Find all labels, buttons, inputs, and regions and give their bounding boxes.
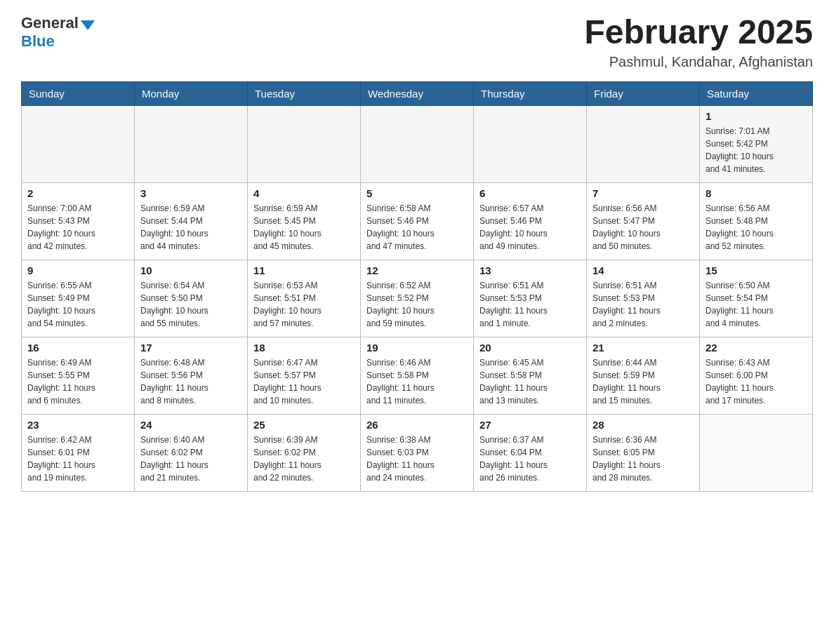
calendar-cell: 5Sunrise: 6:58 AM Sunset: 5:46 PM Daylig… (361, 182, 474, 260)
calendar-cell: 1Sunrise: 7:01 AM Sunset: 5:42 PM Daylig… (700, 105, 813, 182)
day-info: Sunrise: 6:44 AM Sunset: 5:59 PM Dayligh… (593, 356, 694, 407)
day-number: 3 (140, 187, 241, 199)
weekday-friday: Friday (587, 81, 700, 105)
day-number: 25 (253, 419, 355, 431)
calendar-cell (248, 105, 361, 182)
day-info: Sunrise: 6:56 AM Sunset: 5:47 PM Dayligh… (593, 202, 694, 253)
page-header: General Blue February 2025 Pashmul, Kand… (21, 14, 813, 70)
day-info: Sunrise: 6:49 AM Sunset: 5:55 PM Dayligh… (27, 356, 128, 407)
weekday-monday: Monday (135, 81, 248, 105)
calendar-cell: 9Sunrise: 6:55 AM Sunset: 5:49 PM Daylig… (22, 260, 135, 337)
day-info: Sunrise: 6:36 AM Sunset: 6:05 PM Dayligh… (593, 434, 694, 484)
weekday-wednesday: Wednesday (361, 81, 474, 105)
logo-general-text: General (21, 14, 79, 32)
calendar-cell: 4Sunrise: 6:59 AM Sunset: 5:45 PM Daylig… (248, 182, 361, 260)
calendar-cell: 23Sunrise: 6:42 AM Sunset: 6:01 PM Dayli… (22, 414, 135, 491)
day-number: 12 (366, 264, 468, 276)
weekday-thursday: Thursday (474, 81, 587, 105)
day-number: 6 (479, 187, 581, 199)
day-info: Sunrise: 6:42 AM Sunset: 6:01 PM Dayligh… (27, 434, 128, 484)
calendar-cell (361, 105, 474, 182)
day-number: 5 (366, 187, 468, 199)
day-number: 10 (140, 264, 241, 276)
calendar-cell: 19Sunrise: 6:46 AM Sunset: 5:58 PM Dayli… (361, 337, 474, 414)
calendar-cell: 17Sunrise: 6:48 AM Sunset: 5:56 PM Dayli… (135, 337, 248, 414)
day-info: Sunrise: 6:59 AM Sunset: 5:44 PM Dayligh… (140, 202, 241, 253)
day-info: Sunrise: 6:48 AM Sunset: 5:56 PM Dayligh… (140, 356, 241, 407)
day-number: 9 (27, 264, 128, 276)
day-info: Sunrise: 6:38 AM Sunset: 6:03 PM Dayligh… (366, 434, 468, 484)
day-info: Sunrise: 6:55 AM Sunset: 5:49 PM Dayligh… (27, 279, 128, 330)
day-number: 16 (27, 342, 128, 354)
day-info: Sunrise: 6:43 AM Sunset: 6:00 PM Dayligh… (706, 356, 807, 407)
calendar-cell: 8Sunrise: 6:56 AM Sunset: 5:48 PM Daylig… (700, 182, 813, 260)
calendar-cell: 2Sunrise: 7:00 AM Sunset: 5:43 PM Daylig… (22, 182, 135, 260)
weekday-sunday: Sunday (22, 81, 135, 105)
calendar-cell: 10Sunrise: 6:54 AM Sunset: 5:50 PM Dayli… (135, 260, 248, 337)
week-row-1: 1Sunrise: 7:01 AM Sunset: 5:42 PM Daylig… (22, 105, 813, 182)
day-number: 23 (27, 419, 128, 431)
day-info: Sunrise: 6:46 AM Sunset: 5:58 PM Dayligh… (366, 356, 468, 407)
day-number: 20 (479, 342, 581, 354)
day-info: Sunrise: 6:54 AM Sunset: 5:50 PM Dayligh… (140, 279, 241, 330)
title-section: February 2025 Pashmul, Kandahar, Afghani… (584, 14, 813, 70)
logo-arrow-icon (81, 20, 95, 30)
calendar-cell: 15Sunrise: 6:50 AM Sunset: 5:54 PM Dayli… (700, 260, 813, 337)
day-number: 24 (140, 419, 241, 431)
day-number: 19 (366, 342, 468, 354)
day-info: Sunrise: 6:56 AM Sunset: 5:48 PM Dayligh… (706, 202, 807, 253)
calendar-cell: 6Sunrise: 6:57 AM Sunset: 5:46 PM Daylig… (474, 182, 587, 260)
day-number: 17 (140, 342, 241, 354)
location-title: Pashmul, Kandahar, Afghanistan (584, 54, 813, 70)
calendar-cell: 7Sunrise: 6:56 AM Sunset: 5:47 PM Daylig… (587, 182, 700, 260)
calendar-cell: 12Sunrise: 6:52 AM Sunset: 5:52 PM Dayli… (361, 260, 474, 337)
calendar-cell (22, 105, 135, 182)
day-info: Sunrise: 6:57 AM Sunset: 5:46 PM Dayligh… (479, 202, 581, 253)
calendar-cell: 21Sunrise: 6:44 AM Sunset: 5:59 PM Dayli… (587, 337, 700, 414)
day-number: 1 (706, 110, 807, 122)
day-info: Sunrise: 6:58 AM Sunset: 5:46 PM Dayligh… (366, 202, 468, 253)
calendar-cell: 27Sunrise: 6:37 AM Sunset: 6:04 PM Dayli… (474, 414, 587, 491)
weekday-header-row: SundayMondayTuesdayWednesdayThursdayFrid… (22, 81, 813, 105)
calendar-cell: 11Sunrise: 6:53 AM Sunset: 5:51 PM Dayli… (248, 260, 361, 337)
calendar-cell: 14Sunrise: 6:51 AM Sunset: 5:53 PM Dayli… (587, 260, 700, 337)
calendar-cell: 26Sunrise: 6:38 AM Sunset: 6:03 PM Dayli… (361, 414, 474, 491)
day-number: 7 (593, 187, 694, 199)
calendar-cell: 28Sunrise: 6:36 AM Sunset: 6:05 PM Dayli… (587, 414, 700, 491)
day-info: Sunrise: 7:00 AM Sunset: 5:43 PM Dayligh… (27, 202, 128, 253)
day-info: Sunrise: 6:50 AM Sunset: 5:54 PM Dayligh… (706, 279, 807, 330)
calendar-cell: 22Sunrise: 6:43 AM Sunset: 6:00 PM Dayli… (700, 337, 813, 414)
weekday-saturday: Saturday (700, 81, 813, 105)
calendar-cell (474, 105, 587, 182)
week-row-5: 23Sunrise: 6:42 AM Sunset: 6:01 PM Dayli… (22, 414, 813, 491)
day-info: Sunrise: 6:47 AM Sunset: 5:57 PM Dayligh… (253, 356, 355, 407)
day-info: Sunrise: 6:51 AM Sunset: 5:53 PM Dayligh… (593, 279, 694, 330)
day-info: Sunrise: 6:40 AM Sunset: 6:02 PM Dayligh… (140, 434, 241, 484)
day-info: Sunrise: 6:59 AM Sunset: 5:45 PM Dayligh… (253, 202, 355, 253)
calendar-cell: 3Sunrise: 6:59 AM Sunset: 5:44 PM Daylig… (135, 182, 248, 260)
week-row-4: 16Sunrise: 6:49 AM Sunset: 5:55 PM Dayli… (22, 337, 813, 414)
day-number: 18 (253, 342, 355, 354)
day-number: 14 (593, 264, 694, 276)
day-number: 8 (706, 187, 807, 199)
calendar-cell (587, 105, 700, 182)
calendar-cell: 13Sunrise: 6:51 AM Sunset: 5:53 PM Dayli… (474, 260, 587, 337)
calendar-cell: 20Sunrise: 6:45 AM Sunset: 5:58 PM Dayli… (474, 337, 587, 414)
day-info: Sunrise: 6:53 AM Sunset: 5:51 PM Dayligh… (253, 279, 355, 330)
day-number: 27 (479, 419, 581, 431)
calendar-cell (700, 414, 813, 491)
day-number: 28 (593, 419, 694, 431)
day-number: 4 (253, 187, 355, 199)
day-number: 15 (706, 264, 807, 276)
day-number: 11 (253, 264, 355, 276)
logo: General Blue (21, 14, 95, 51)
day-number: 13 (479, 264, 581, 276)
day-info: Sunrise: 6:45 AM Sunset: 5:58 PM Dayligh… (479, 356, 581, 407)
day-info: Sunrise: 6:39 AM Sunset: 6:02 PM Dayligh… (253, 434, 355, 484)
day-info: Sunrise: 6:37 AM Sunset: 6:04 PM Dayligh… (479, 434, 581, 484)
day-info: Sunrise: 6:52 AM Sunset: 5:52 PM Dayligh… (366, 279, 468, 330)
week-row-3: 9Sunrise: 6:55 AM Sunset: 5:49 PM Daylig… (22, 260, 813, 337)
day-number: 26 (366, 419, 468, 431)
calendar-cell: 16Sunrise: 6:49 AM Sunset: 5:55 PM Dayli… (22, 337, 135, 414)
calendar-cell: 25Sunrise: 6:39 AM Sunset: 6:02 PM Dayli… (248, 414, 361, 491)
